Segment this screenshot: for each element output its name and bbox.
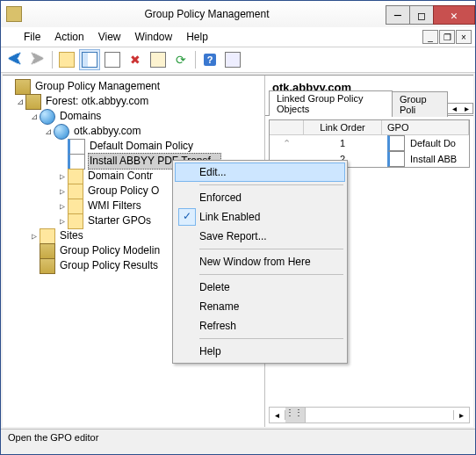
expander-icon[interactable]: ▷ (57, 199, 68, 213)
menu-separator (199, 274, 343, 275)
forest-icon (25, 94, 41, 110)
tab-group-policy[interactable]: Group Poli (392, 91, 448, 117)
folder-icon (68, 213, 83, 229)
tab-strip: Linked Group Policy Objects Group Poli ◂… (265, 96, 473, 116)
table-row[interactable]: ⌃ 1 Default Do (270, 135, 469, 151)
domain-icon (54, 124, 69, 140)
close-button[interactable]: ✕ (433, 5, 475, 25)
expander-icon[interactable]: ▷ (57, 184, 68, 199)
tree-dc[interactable]: Domain Contr (86, 169, 155, 184)
tree-root[interactable]: Group Policy Management (33, 79, 162, 94)
results-icon (40, 258, 55, 274)
ou-icon (68, 169, 83, 184)
sites-icon (40, 228, 55, 244)
tree-gpo[interactable]: Group Policy O (86, 184, 161, 199)
ctx-refresh[interactable]: Refresh (175, 316, 345, 336)
maximize-button[interactable]: □ (409, 5, 434, 25)
gpo-link-icon (68, 139, 85, 155)
tab-linked-gpos[interactable]: Linked Group Policy Objects (269, 90, 393, 116)
tree-starter[interactable]: Starter GPOs (86, 213, 153, 228)
expander-icon[interactable]: ▷ (29, 228, 40, 243)
gpo-link-icon (387, 151, 405, 167)
ctx-rename[interactable]: Rename (175, 297, 345, 316)
menu-help[interactable]: Help (179, 29, 215, 45)
ctx-delete[interactable]: Delete (175, 278, 345, 297)
horizontal-scrollbar[interactable]: ◂ ⋮⋮ ▸ (269, 407, 470, 423)
tree-sites[interactable]: Sites (58, 228, 85, 243)
move-up-icon[interactable]: ⌃ (270, 138, 304, 149)
col-link-order[interactable]: Link Order (304, 120, 382, 134)
tree-ddp[interactable]: Default Domain Policy (88, 139, 195, 154)
menu-separator (199, 249, 343, 249)
mdi-close-button[interactable]: × (456, 30, 472, 44)
scroll-left-button[interactable]: ◂ (270, 410, 285, 420)
expander-icon[interactable]: ⊿ (43, 124, 54, 139)
status-bar: Open the GPO editor (1, 429, 475, 454)
mmc-icon (3, 30, 17, 44)
minimize-button[interactable]: ─ (386, 5, 410, 25)
mdi-minimize-button[interactable]: _ (422, 30, 438, 44)
gpo-link-icon (387, 135, 405, 151)
menu-window[interactable]: Window (128, 29, 180, 45)
expander-icon[interactable]: ⊿ (29, 109, 40, 124)
tree-domains[interactable]: Domains (58, 109, 103, 124)
domains-icon (40, 109, 55, 125)
ctx-help[interactable]: Help (175, 342, 345, 361)
window-title: Group Policy Management (27, 8, 386, 20)
properties-button[interactable] (148, 49, 169, 70)
col-gpo[interactable]: GPO (382, 120, 469, 134)
refresh-button[interactable]: ⟳ (170, 49, 191, 70)
folder-icon (68, 184, 83, 199)
ctx-enforced[interactable]: Enforced (175, 188, 345, 207)
expander-icon[interactable]: ⊿ (15, 94, 25, 109)
clipboard-button[interactable] (102, 49, 123, 70)
help-button[interactable]: ? (199, 49, 220, 70)
folder-icon (68, 199, 83, 214)
title-bar: Group Policy Management ─ □ ✕ (1, 1, 475, 27)
back-button[interactable]: ⮜ (4, 49, 25, 70)
context-menu: Edit... Enforced ✓Link Enabled Save Repo… (172, 160, 348, 364)
options-button[interactable] (222, 49, 243, 70)
tab-scroll-right[interactable]: ▸ (460, 104, 472, 113)
expander-icon[interactable]: ▷ (57, 213, 68, 228)
menu-view[interactable]: View (91, 29, 128, 45)
scroll-thumb[interactable]: ⋮⋮ (285, 408, 306, 422)
ctx-save-report[interactable]: Save Report... (175, 227, 345, 246)
app-icon (6, 6, 22, 22)
ctx-link-enabled[interactable]: ✓Link Enabled (175, 207, 345, 227)
tree-forest[interactable]: Forest: otk.abbyy.com (44, 94, 150, 109)
ctx-new-window[interactable]: New Window from Here (175, 252, 345, 271)
tab-scroll-left[interactable]: ◂ (448, 104, 460, 113)
up-button[interactable] (56, 49, 77, 70)
tree-domain[interactable]: otk.abbyy.com (72, 124, 142, 139)
show-tree-button[interactable] (79, 49, 100, 70)
mdi-restore-button[interactable]: ❐ (439, 30, 455, 44)
forward-button[interactable]: ⮞ (27, 49, 48, 70)
menu-separator (199, 338, 343, 339)
toolbar: ⮜ ⮞ ✖ ⟳ ? (1, 47, 475, 73)
col-reorder[interactable] (270, 120, 304, 134)
menu-bar: File Action View Window Help _ ❐ × (1, 27, 475, 47)
tree-gpr[interactable]: Group Policy Results (58, 258, 160, 273)
menu-separator (199, 184, 343, 185)
scroll-right-button[interactable]: ▸ (453, 410, 469, 420)
gpm-icon (15, 79, 31, 95)
check-icon: ✓ (178, 208, 196, 226)
tree-wmi[interactable]: WMI Filters (86, 199, 143, 213)
expander-icon[interactable]: ▷ (57, 169, 68, 184)
delete-tb-button[interactable]: ✖ (125, 49, 146, 70)
gpo-link-icon (68, 154, 85, 170)
ctx-edit[interactable]: Edit... (175, 162, 345, 182)
menu-file[interactable]: File (17, 29, 47, 45)
menu-action[interactable]: Action (47, 29, 90, 45)
tree-gpm[interactable]: Group Policy Modelin (58, 243, 162, 258)
modeling-icon (40, 243, 55, 259)
